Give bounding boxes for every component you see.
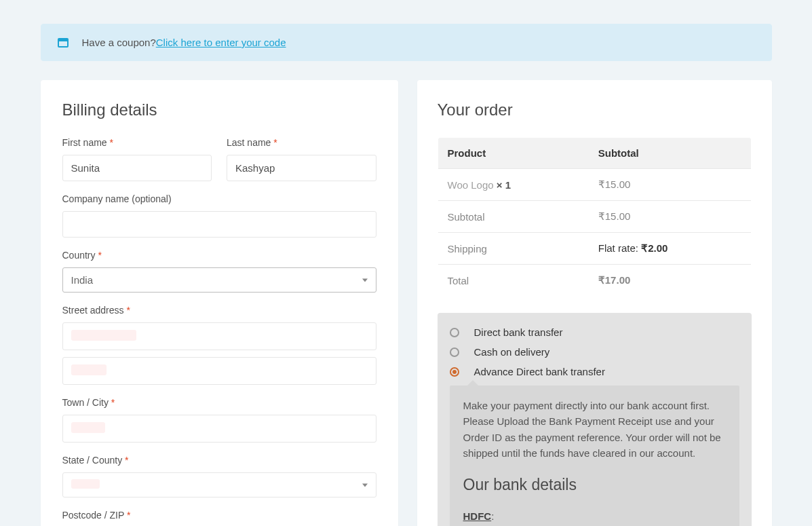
postcode-label: Postcode / ZIP * [62, 510, 376, 521]
coupon-notice: Have a coupon? Click here to enter your … [41, 24, 772, 61]
company-label: Company name (optional) [62, 193, 376, 204]
state-select[interactable] [62, 472, 376, 497]
town-input[interactable] [62, 415, 376, 443]
cell-product: Woo Logo × 1 [438, 169, 589, 201]
payment-methods: Direct bank transfer Cash on delivery Ad… [438, 313, 752, 526]
billing-title: Billing details [62, 100, 376, 119]
street-address-1-input[interactable] [62, 322, 376, 350]
coupon-text: Have a coupon? [82, 37, 156, 48]
company-input[interactable] [62, 211, 376, 238]
country-label: Country * [62, 250, 376, 261]
cell-shipping-value: Flat rate: ₹2.00 [589, 233, 751, 265]
last-name-input[interactable] [227, 155, 376, 181]
payment-desc-text: Make your payment directly into our bank… [463, 398, 726, 461]
last-name-label: Last name * [227, 137, 376, 148]
bank-name: HDFC [463, 510, 492, 522]
coupon-icon [58, 38, 69, 48]
order-table: Product Subtotal Woo Logo × 1 ₹15.00 Sub… [438, 137, 752, 297]
order-summary-card: Your order Product Subtotal Woo Logo × 1… [417, 80, 772, 526]
order-title: Your order [438, 100, 752, 119]
radio-cod[interactable] [450, 347, 459, 357]
payment-description: Make your payment directly into our bank… [450, 386, 739, 526]
coupon-link[interactable]: Click here to enter your code [156, 37, 286, 48]
radio-advance-bank[interactable] [450, 367, 459, 377]
first-name-input[interactable] [62, 155, 212, 181]
first-name-label: First name * [62, 137, 212, 148]
cell-total-value: ₹17.00 [589, 265, 751, 297]
billing-details-card: Billing details First name * Last name *… [41, 80, 398, 526]
th-subtotal: Subtotal [589, 138, 751, 169]
country-select[interactable]: India [62, 267, 376, 293]
table-row: Subtotal ₹15.00 [438, 201, 751, 233]
street-label: Street address * [62, 305, 376, 316]
bank-details-title: Our bank details [463, 473, 726, 497]
table-row: Shipping Flat rate: ₹2.00 [438, 233, 751, 265]
pm-cod[interactable]: Cash on delivery [450, 346, 739, 358]
th-product: Product [438, 138, 589, 169]
pm-direct-bank[interactable]: Direct bank transfer [450, 326, 739, 338]
street-address-2-input[interactable] [62, 357, 376, 385]
radio-direct-bank[interactable] [450, 328, 459, 337]
table-row: Woo Logo × 1 ₹15.00 [438, 169, 751, 201]
town-label: Town / City * [62, 397, 376, 408]
cell-subtotal-value: ₹15.00 [589, 201, 751, 233]
cell-total-label: Total [438, 265, 589, 297]
state-label: State / County * [62, 455, 376, 466]
table-row: Total ₹17.00 [438, 265, 751, 297]
cell-subtotal-label: Subtotal [438, 201, 589, 233]
pm-advance-bank[interactable]: Advance Direct bank transfer [450, 366, 739, 377]
cell-item-price: ₹15.00 [589, 169, 751, 201]
cell-shipping-label: Shipping [438, 233, 589, 265]
